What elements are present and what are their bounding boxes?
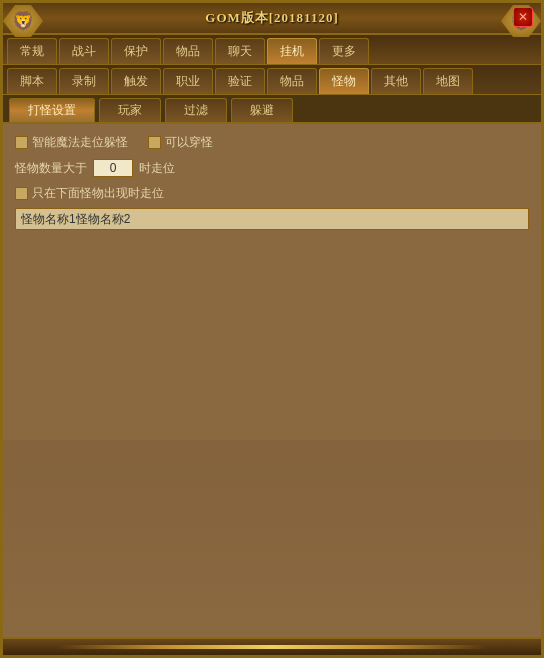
subtab-guolv[interactable]: 过滤: [165, 98, 227, 122]
tab-guaji[interactable]: 挂机: [267, 38, 317, 64]
tab-chufa[interactable]: 触发: [111, 68, 161, 94]
window-title: GOM版本[20181120]: [205, 9, 338, 27]
tab-yanzheng[interactable]: 验证: [215, 68, 265, 94]
sub-tabs-row: 打怪设置 玩家 过滤 躲避: [3, 95, 541, 124]
title-bar: 🦁 🦁 GOM版本[20181120] ✕: [3, 3, 541, 35]
checkbox-only-appear-label: 只在下面怪物出现时走位: [32, 185, 164, 202]
checkbox-through-monster-box[interactable]: [148, 136, 161, 149]
settings-panel: 智能魔法走位躲怪 可以穿怪 怪物数量大于 时走位 只在下面怪物出现时走位: [3, 124, 541, 240]
checkbox-through-monster[interactable]: 可以穿怪: [148, 134, 213, 151]
quantity-prefix-label: 怪物数量大于: [15, 160, 87, 177]
content-area: 智能魔法走位躲怪 可以穿怪 怪物数量大于 时走位 只在下面怪物出现时走位: [3, 124, 541, 637]
lion-left-icon: 🦁: [3, 5, 43, 37]
checkbox-smart-dodge[interactable]: 智能魔法走位躲怪: [15, 134, 128, 151]
tab-baohu[interactable]: 保护: [111, 38, 161, 64]
quantity-suffix-label: 时走位: [139, 160, 175, 177]
subtab-dagua-settings[interactable]: 打怪设置: [9, 98, 95, 122]
tab-liaotian[interactable]: 聊天: [215, 38, 265, 64]
close-button[interactable]: ✕: [513, 7, 533, 27]
border-ornament: [57, 645, 487, 649]
tab-luzhi[interactable]: 录制: [59, 68, 109, 94]
monster-list-input[interactable]: [15, 208, 529, 230]
checkbox-through-monster-label: 可以穿怪: [165, 134, 213, 151]
quantity-row: 怪物数量大于 时走位: [15, 159, 529, 177]
checkbox-only-appear-box[interactable]: [15, 187, 28, 200]
tab-jiaoben[interactable]: 脚本: [7, 68, 57, 94]
subtab-wanjia[interactable]: 玩家: [99, 98, 161, 122]
window-border-bottom: [3, 637, 541, 655]
main-window: 🦁 🦁 GOM版本[20181120] ✕ 常规 战斗 保护 物品 聊天 挂机 …: [0, 0, 544, 658]
tab-wupin2[interactable]: 物品: [267, 68, 317, 94]
empty-area: [3, 240, 541, 440]
tab-qita[interactable]: 其他: [371, 68, 421, 94]
tab-wupin[interactable]: 物品: [163, 38, 213, 64]
quantity-input[interactable]: [93, 159, 133, 177]
checkbox-smart-dodge-box[interactable]: [15, 136, 28, 149]
tab-ditu[interactable]: 地图: [423, 68, 473, 94]
subtab-duobi[interactable]: 躲避: [231, 98, 293, 122]
checkbox-only-appear[interactable]: 只在下面怪物出现时走位: [15, 185, 164, 202]
tab-changgui[interactable]: 常规: [7, 38, 57, 64]
tab-guaiwu[interactable]: 怪物: [319, 68, 369, 94]
tab-zhiye[interactable]: 职业: [163, 68, 213, 94]
checkbox-row-3: 只在下面怪物出现时走位: [15, 185, 529, 202]
tab-zhandou[interactable]: 战斗: [59, 38, 109, 64]
checkbox-row-1: 智能魔法走位躲怪 可以穿怪: [15, 134, 529, 151]
checkbox-smart-dodge-label: 智能魔法走位躲怪: [32, 134, 128, 151]
nav-tabs-row-2: 脚本 录制 触发 职业 验证 物品 怪物 其他 地图: [3, 65, 541, 95]
nav-tabs-row-1: 常规 战斗 保护 物品 聊天 挂机 更多: [3, 35, 541, 65]
tab-gengduo[interactable]: 更多: [319, 38, 369, 64]
